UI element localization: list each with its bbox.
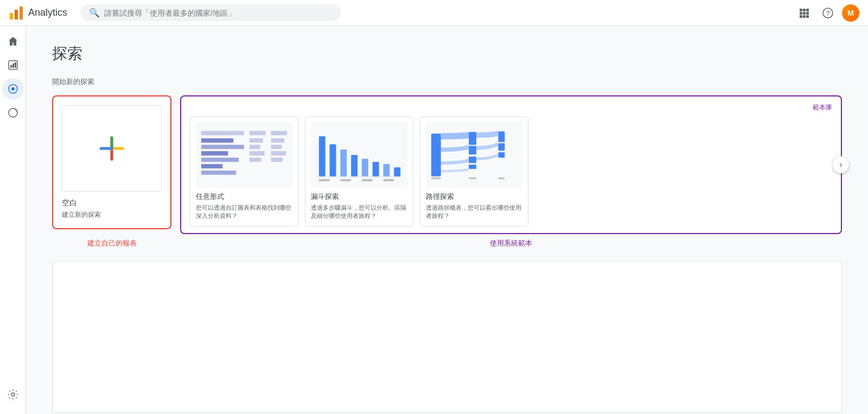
template-card-freeform[interactable]: 任意形式 您可以透過自訂圖表和表格找到哪些深入分析資料？ <box>190 117 298 227</box>
main-layout: 探索 開始新的探索 空白 建立新的探索 <box>0 26 868 414</box>
funnel-thumb <box>311 122 407 187</box>
path-card-name: 路徑探索 <box>426 192 522 202</box>
svg-rect-37 <box>250 145 260 149</box>
svg-rect-38 <box>250 151 265 156</box>
reports-icon <box>8 60 18 70</box>
template-card-funnel[interactable]: 漏斗探索 透過多步驟漏斗，您可以分析、區隔及細分哪些使用者旅程？ <box>305 117 413 227</box>
funnel-card-name: 漏斗探索 <box>311 192 407 202</box>
svg-rect-59 <box>431 133 441 176</box>
apps-button[interactable] <box>794 3 814 23</box>
svg-rect-43 <box>271 158 283 162</box>
svg-rect-60 <box>469 132 476 145</box>
svg-rect-44 <box>314 128 405 182</box>
svg-rect-9 <box>800 15 802 18</box>
funnel-chart-icon <box>311 125 407 185</box>
template-card-path[interactable]: 路徑探索 透過路狀概表，您可以看出哪些使用者旅程？ <box>420 117 528 227</box>
svg-rect-51 <box>384 164 390 177</box>
app-header: Analytics 🔍 ? <box>0 0 868 26</box>
sidebar-item-advertising[interactable] <box>2 102 24 124</box>
svg-rect-65 <box>499 143 505 151</box>
svg-rect-39 <box>250 158 261 162</box>
templates-cards: 任意形式 您可以透過自訂圖表和表格找到哪些深入分析資料？ <box>190 117 832 227</box>
svg-rect-61 <box>469 146 476 154</box>
next-button[interactable]: › <box>832 156 850 173</box>
svg-rect-46 <box>330 144 336 176</box>
svg-rect-2 <box>20 7 23 20</box>
search-input[interactable] <box>104 9 332 17</box>
svg-rect-10 <box>803 15 806 18</box>
svg-rect-0 <box>10 13 13 20</box>
freeform-card-name: 任意形式 <box>196 192 292 202</box>
explore-icon <box>8 83 18 94</box>
settings-icon <box>8 389 18 400</box>
svg-rect-29 <box>271 131 287 135</box>
path-thumb <box>426 122 522 187</box>
blank-card[interactable]: 空白 建立新的探索 <box>52 95 171 229</box>
svg-rect-49 <box>362 159 368 177</box>
svg-rect-32 <box>201 151 228 156</box>
svg-rect-63 <box>469 165 476 169</box>
svg-rect-68 <box>469 178 476 179</box>
freeform-chart-icon <box>196 125 292 185</box>
svg-rect-47 <box>340 150 347 176</box>
home-icon <box>8 36 18 47</box>
avatar[interactable]: M <box>842 4 859 22</box>
sidebar-item-settings[interactable] <box>2 384 24 405</box>
svg-rect-50 <box>373 162 379 177</box>
svg-rect-6 <box>800 12 802 15</box>
svg-rect-1 <box>15 10 18 20</box>
freeform-card-desc: 您可以透過自訂圖表和表格找到哪些深入分析資料？ <box>196 204 292 221</box>
sidebar-item-reports[interactable] <box>2 54 24 76</box>
help-button[interactable]: ? <box>818 3 838 23</box>
page-title: 探索 <box>52 43 842 64</box>
blank-card-desc: 建立新的探索 <box>62 210 101 219</box>
svg-rect-52 <box>394 167 400 177</box>
search-box[interactable]: 🔍 <box>80 4 341 21</box>
sample-lib-link[interactable]: 範本庫 <box>813 103 832 112</box>
svg-rect-57 <box>384 179 394 182</box>
advertising-icon <box>8 107 18 118</box>
path-chart-icon <box>426 125 522 185</box>
svg-rect-69 <box>499 178 505 179</box>
template-label: 使用系統範本 <box>180 238 842 248</box>
app-title: Analytics <box>28 7 67 18</box>
svg-text:?: ? <box>826 10 830 17</box>
svg-point-19 <box>11 87 15 90</box>
analytics-logo-icon <box>9 5 24 21</box>
help-icon: ? <box>822 8 833 18</box>
sidebar-bottom <box>2 384 24 410</box>
svg-rect-28 <box>250 131 266 135</box>
svg-rect-16 <box>12 63 14 68</box>
svg-rect-62 <box>469 157 476 163</box>
svg-rect-67 <box>431 178 441 179</box>
cards-row: 空白 建立新的探索 範本庫 <box>52 95 842 234</box>
plus-icon <box>99 135 125 161</box>
freeform-thumb <box>196 122 292 187</box>
svg-rect-7 <box>803 12 806 15</box>
svg-rect-42 <box>271 151 286 156</box>
svg-rect-45 <box>319 136 326 176</box>
blank-card-preview <box>62 105 162 192</box>
sidebar-item-explore[interactable] <box>2 78 24 100</box>
svg-rect-11 <box>806 15 809 18</box>
svg-rect-27 <box>201 131 244 135</box>
svg-rect-66 <box>499 152 505 158</box>
create-label: 建立自己的報表 <box>52 238 171 248</box>
svg-point-21 <box>11 393 15 396</box>
svg-rect-35 <box>201 171 236 175</box>
sidebar-item-home[interactable] <box>2 30 24 52</box>
svg-rect-31 <box>201 145 244 149</box>
svg-rect-33 <box>201 158 239 162</box>
label-row: 建立自己的報表 使用系統範本 <box>52 238 842 248</box>
header-actions: ? M <box>794 3 859 23</box>
svg-rect-15 <box>10 65 12 68</box>
svg-rect-40 <box>271 138 284 143</box>
svg-rect-41 <box>271 145 282 149</box>
svg-rect-8 <box>806 12 809 15</box>
funnel-card-desc: 透過多步驟漏斗，您可以分析、區隔及細分哪些使用者旅程？ <box>311 204 407 221</box>
templates-container: 範本庫 <box>180 95 842 234</box>
sidebar <box>0 26 26 414</box>
svg-rect-48 <box>351 155 358 177</box>
svg-rect-30 <box>201 138 233 143</box>
svg-rect-3 <box>800 9 802 11</box>
